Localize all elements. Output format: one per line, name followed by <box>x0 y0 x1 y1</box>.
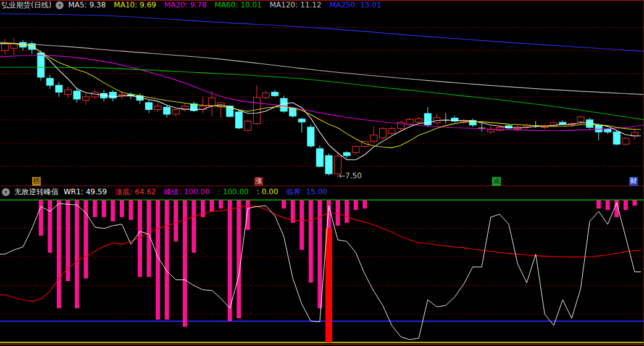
indicator-reference-lines <box>0 200 644 342</box>
ma-legend-item-5: MA250:13.01 <box>330 1 382 9</box>
price-low-annotation: ←7.50 <box>339 171 362 180</box>
main-chart-title-bar: 弘业期货(日线) ▾ MA5:9.38MA10:9.69MA20:9.78MA6… <box>1 1 390 9</box>
ma-legend: MA5:9.38MA10:9.69MA20:9.78MA60:10.01MA12… <box>68 1 389 9</box>
indicator-legend-item-4: :0.00 <box>257 187 278 197</box>
indicator-legend-item-3: :100.00 <box>218 187 249 197</box>
indicator-legend-item-1: 顶底:64.62 <box>115 187 156 197</box>
indicator-legend: WR1:49.59顶底:64.62峰值:100.00:100.00:0.00临界… <box>64 187 335 197</box>
ma-lines <box>0 14 644 160</box>
divider-shortcut-1[interactable]: 涨 <box>254 177 263 186</box>
ma-legend-item-2: MA20:9.78 <box>164 1 207 9</box>
instrument-title: 弘业期货(日线) <box>1 1 51 9</box>
chevron-down-icon[interactable]: ▾ <box>56 1 64 9</box>
signal-bar <box>325 229 332 343</box>
window-bottom-border <box>0 344 644 345</box>
ma-legend-item-4: MA120:11.12 <box>270 1 322 9</box>
divider-shortcut-0[interactable]: 榜 <box>32 177 41 186</box>
charts-canvas[interactable] <box>0 0 644 346</box>
candlesticks <box>2 38 638 178</box>
indicator-legend-item-2: 峰值:100.00 <box>164 187 210 197</box>
ma-legend-item-1: MA10:9.69 <box>114 1 156 9</box>
ma-legend-item-0: MA5:9.38 <box>68 1 106 9</box>
divider-shortcut-2[interactable]: 减 <box>492 177 501 186</box>
ma5-line <box>0 44 641 160</box>
trading-app-window: 弘业期货(日线) ▾ MA5:9.38MA10:9.69MA20:9.78MA6… <box>0 0 644 346</box>
divider-shortcut-3[interactable]: 财 <box>629 177 638 186</box>
ma-legend-item-3: MA60:10.01 <box>215 1 262 9</box>
ma250-line <box>0 14 644 51</box>
indicator-legend-item-5: 临界:15.00 <box>286 187 327 197</box>
indicator-name: 无敌逆转峰值 <box>14 187 59 197</box>
indicator-title-bar: ▾ 无敌逆转峰值 WR1:49.59顶底:64.62峰值:100.00:100.… <box>2 187 335 197</box>
panel-divider-line <box>0 186 644 186</box>
indicator-legend-item-0: WR1:49.59 <box>64 187 107 197</box>
chevron-down-icon[interactable]: ▾ <box>2 188 10 196</box>
